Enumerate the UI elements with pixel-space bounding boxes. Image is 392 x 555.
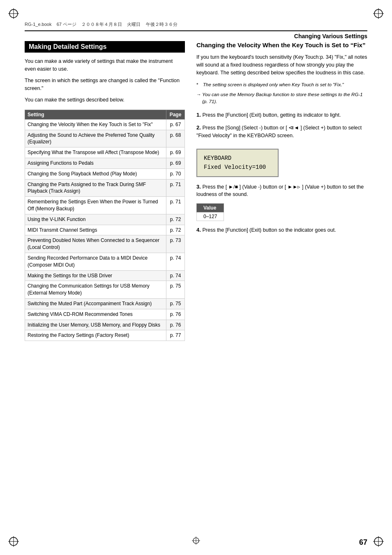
step-item: 2. Press the [Song] (Select -) button or… [196,124,367,140]
table-row: Switching VIMA CD-ROM Recommended Tonesp… [25,309,185,320]
intro-text-2: The screen in which the settings are cha… [25,77,185,93]
table-cell-page: p. 70 [166,168,185,179]
step-item: 3. Press the [ ►/■ ] (Value -) button or… [196,183,367,199]
corner-mark-br [372,535,385,548]
right-body-text-1: If you turn the keyboard's touch sensiti… [196,53,367,77]
value-range: 0–127 [197,212,224,221]
table-row: Changing the Communication Settings for … [25,281,185,299]
table-cell-page: p. 74 [166,270,185,281]
table-cell-page: p. 72 [166,225,185,235]
table-row: Assigning Functions to Pedalsp. 69 [25,158,185,169]
table-row: Restoring the Factory Settings (Factory … [25,330,185,341]
table-row: Initializing the User Memory, USB Memory… [25,320,185,330]
step-item: 1. Press the [Function] (Exit) button, g… [196,111,367,119]
table-cell-setting: Adjusting the Sound to Achieve the Prefe… [25,130,166,147]
lcd-line2: Fixed Velocity=100 [204,164,266,170]
table-cell-page: p. 69 [166,147,185,158]
table-cell-setting: Initializing the User Memory, USB Memory… [25,320,166,330]
table-row: Changing the Velocity When the Key Touch… [25,119,185,130]
lcd-screen: KEYBOARD Fixed Velocity=100 [196,149,279,177]
col-page: Page [166,110,185,119]
corner-mark-tl [7,7,20,20]
table-cell-setting: Using the V-LINK Function [25,214,166,225]
table-cell-page: p. 75 [166,299,185,309]
table-cell-setting: Remembering the Settings Even When the P… [25,197,166,214]
table-cell-setting: Preventing Doubled Notes When Connected … [25,235,166,253]
table-cell-setting: Assigning Functions to Pedals [25,158,166,169]
table-cell-page: p. 76 [166,320,185,330]
table-cell-page: p. 68 [166,130,185,147]
table-row: Changing the Song Playback Method (Play … [25,168,185,179]
note-text-1: * The setting screen is displayed only w… [196,81,367,88]
page-wrapper: RG-1_e.book 67 ページ ２００８年４月８日 火曜日 午後２時３６分… [0,0,392,555]
note-content-1: The setting screen is displayed only whe… [203,82,344,87]
meta-date: ２００８年４月８日 [81,22,122,27]
value-col-header: Value [197,204,224,212]
table-cell-setting: Switching the Muted Part (Accompaniment … [25,299,166,309]
lcd-line1: KEYBOARD [204,155,231,161]
step-number: 4. [196,227,202,233]
table-row: Remembering the Settings Even When the P… [25,197,185,214]
right-column: Changing the Velocity When the Key Touch… [196,41,367,530]
value-table: Value 0–127 [196,203,224,221]
meta-file: RG-1_e.book [25,22,51,27]
step-number: 3. [196,184,202,190]
page-header-title: Changing Various Settings [294,33,367,39]
table-cell-setting: Changing the Communication Settings for … [25,281,166,299]
left-section-heading: Making Detailed Settings [25,41,185,53]
table-cell-page: p. 73 [166,235,185,253]
step-number: 1. [196,112,202,118]
col-setting: Setting [25,110,166,119]
table-cell-setting: Sending Recorded Performance Data to a M… [25,253,166,271]
value-table-container: Value 0–127 [196,203,367,221]
table-cell-page: p. 69 [166,158,185,169]
corner-mark-tr [372,7,385,20]
table-cell-page: p. 71 [166,197,185,214]
bottom-center-mark [191,536,201,547]
table-cell-setting: Switching VIMA CD-ROM Recommended Tones [25,309,166,320]
table-cell-setting: Changing the Song Playback Method (Play … [25,168,166,179]
table-cell-page: p. 75 [166,281,185,299]
table-cell-setting: Changing the Velocity When the Key Touch… [25,119,166,130]
table-row: Using the V-LINK Functionp. 72 [25,214,185,225]
step-item: 4. Press the [Function] (Exit) button so… [196,226,367,234]
table-cell-setting: Specifying What the Transpose will Affec… [25,147,166,158]
corner-mark-bl [7,535,20,548]
table-cell-page: p. 72 [166,214,185,225]
step-number: 2. [196,124,202,131]
table-row: Preventing Doubled Notes When Connected … [25,235,185,253]
right-section-heading: Changing the Velocity When the Key Touch… [196,41,367,49]
arrow-prefix: → [196,91,201,98]
table-row: MIDI Transmit Channel Settingsp. 72 [25,225,185,235]
meta-day: 火曜日 [127,22,141,27]
left-column: Making Detailed Settings You can make a … [25,41,185,530]
note-prefix-1: * [196,81,198,88]
table-row: Adjusting the Sound to Achieve the Prefe… [25,130,185,147]
settings-table: Setting Page Changing the Velocity When … [25,110,185,341]
header-meta: RG-1_e.book 67 ページ ２００８年４月８日 火曜日 午後２時３６分 [25,21,178,28]
content-area: Making Detailed Settings You can make a … [25,41,367,530]
intro-text-3: You can make the settings described belo… [25,96,185,104]
page-number: 67 [359,538,367,547]
table-row: Specifying What the Transpose will Affec… [25,147,185,158]
table-row: Sending Recorded Performance Data to a M… [25,253,185,271]
arrow-note: → You can use the Memory Backup function… [196,91,367,105]
table-cell-setting: MIDI Transmit Channel Settings [25,225,166,235]
table-cell-page: p. 67 [166,119,185,130]
table-cell-page: p. 74 [166,253,185,271]
meta-page: 67 ページ [57,22,76,27]
intro-text-1: You can make a wide variety of settings … [25,58,185,74]
arrow-note-content: You can use the Memory Backup function t… [202,92,363,104]
page-header: Changing Various Settings [25,30,367,39]
step-list: 1. Press the [Function] (Exit) button, g… [196,111,367,234]
table-cell-page: p. 77 [166,330,185,341]
table-row: Switching the Muted Part (Accompaniment … [25,299,185,309]
table-cell-setting: Making the Settings for the USB Driver [25,270,166,281]
table-row: Changing the Parts Assigned to the Track… [25,179,185,197]
table-cell-setting: Restoring the Factory Settings (Factory … [25,330,166,341]
meta-time: 午後２時３６分 [146,22,178,27]
table-cell-page: p. 71 [166,179,185,197]
table-cell-page: p. 76 [166,309,185,320]
table-cell-setting: Changing the Parts Assigned to the Track… [25,179,166,197]
table-row: Making the Settings for the USB Driverp.… [25,270,185,281]
